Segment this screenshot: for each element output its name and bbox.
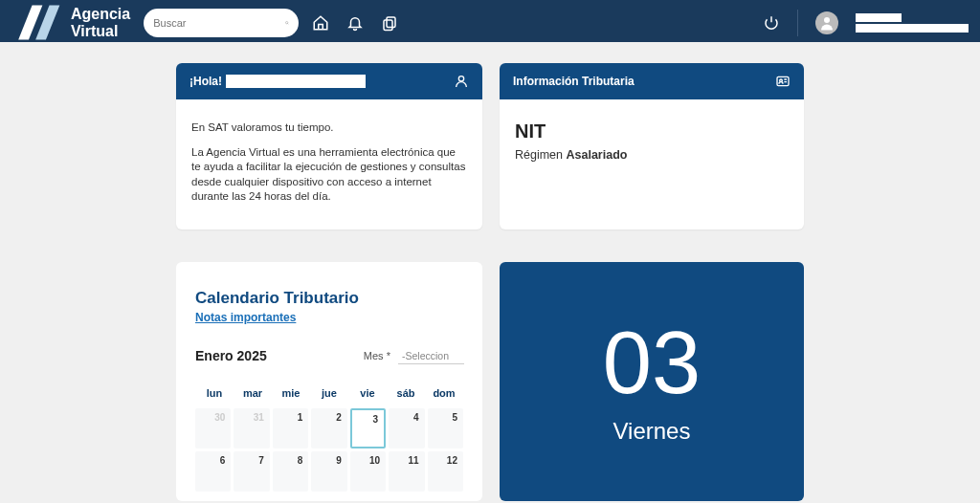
calendar-cell[interactable]: 3 bbox=[350, 408, 386, 448]
month-select[interactable]: -Seleccion bbox=[398, 348, 464, 364]
user-name-line2 bbox=[856, 24, 969, 33]
avatar-icon bbox=[818, 14, 835, 32]
search-box[interactable] bbox=[144, 9, 299, 37]
calendar-cell-num: 9 bbox=[336, 455, 342, 466]
user-name-block bbox=[856, 13, 969, 33]
info-header-title: Información Tributaria bbox=[513, 75, 635, 88]
divider bbox=[797, 10, 798, 36]
id-card-icon[interactable] bbox=[775, 74, 791, 89]
greeting-card: ¡Hola! En SAT valoramos tu tiempo. La Ag… bbox=[176, 63, 482, 230]
greeting-p1: En SAT valoramos tu tiempo. bbox=[191, 120, 467, 136]
calendar-cell-num: 5 bbox=[452, 412, 457, 423]
greeting-body: En SAT valoramos tu tiempo. La Agencia V… bbox=[176, 99, 482, 230]
info-card: Información Tributaria NIT Régimen Asala… bbox=[500, 63, 804, 230]
greeting-name-placeholder bbox=[226, 75, 366, 88]
calendar-cell[interactable]: 6 bbox=[195, 451, 231, 492]
calendar-cell-num: 10 bbox=[369, 455, 380, 466]
selected-day-number: 03 bbox=[603, 318, 701, 406]
calendar-grid: lunmarmiejueviesábdom 303112345678910111… bbox=[195, 382, 463, 492]
avatar[interactable] bbox=[815, 11, 838, 34]
calendar-dow: mar bbox=[234, 382, 272, 408]
svg-line-1 bbox=[288, 24, 289, 25]
calendar-cell[interactable]: 4 bbox=[389, 408, 424, 448]
content: ¡Hola! En SAT valoramos tu tiempo. La Ag… bbox=[0, 42, 980, 501]
user-name-line1 bbox=[856, 13, 902, 22]
app-name: Agencia Virtual bbox=[71, 6, 130, 40]
logo[interactable]: Agencia Virtual bbox=[11, 2, 130, 43]
calendar-controls: Mes * -Seleccion ▾ bbox=[364, 348, 463, 364]
greeting-header: ¡Hola! bbox=[176, 63, 482, 99]
regimen-value: Asalariado bbox=[567, 148, 628, 162]
greeting-p2: La Agencia Virtual es una herramienta el… bbox=[191, 145, 467, 205]
selected-day-card: 03 Viernes bbox=[500, 262, 804, 501]
calendar-cell-num: 11 bbox=[408, 455, 418, 466]
calendar-dow: lun bbox=[195, 382, 234, 408]
svg-point-5 bbox=[458, 77, 463, 81]
calendar-cell-num: 3 bbox=[373, 414, 379, 425]
info-header: Información Tributaria bbox=[500, 63, 804, 99]
calendar-cell[interactable]: 31 bbox=[234, 408, 269, 448]
regimen-row: Régimen Asalariado bbox=[515, 148, 789, 162]
calendar-card: Calendario Tributario Notas importantes … bbox=[176, 262, 482, 501]
regimen-label: Régimen bbox=[515, 148, 563, 162]
copy-icon[interactable] bbox=[381, 14, 398, 32]
right-icons bbox=[763, 10, 969, 36]
calendar-cell[interactable]: 11 bbox=[389, 451, 424, 492]
search-input[interactable] bbox=[153, 17, 285, 29]
bell-icon[interactable] bbox=[346, 14, 364, 32]
calendar-cell[interactable]: 9 bbox=[311, 451, 346, 492]
calendar-cell-num: 12 bbox=[447, 455, 457, 466]
calendar-cell[interactable]: 5 bbox=[428, 408, 463, 448]
calendar-cell[interactable]: 2 bbox=[311, 408, 346, 448]
calendar-month: Enero 2025 bbox=[195, 348, 267, 363]
calendar-dow: jue bbox=[310, 382, 348, 408]
calendar-cell-num: 6 bbox=[220, 455, 226, 466]
mes-label: Mes * bbox=[364, 350, 390, 361]
calendar-cell[interactable]: 30 bbox=[195, 408, 231, 448]
svg-point-0 bbox=[286, 22, 288, 24]
person-icon[interactable] bbox=[454, 74, 469, 89]
calendar-dow: vie bbox=[348, 382, 387, 408]
top-icons bbox=[312, 14, 398, 32]
calendar-dow: sáb bbox=[387, 382, 425, 408]
calendar-notes-link[interactable]: Notas importantes bbox=[195, 311, 296, 324]
calendar-cell-num: 7 bbox=[258, 455, 264, 466]
home-icon[interactable] bbox=[312, 14, 329, 32]
calendar-cell-num: 31 bbox=[254, 412, 264, 423]
calendar-cell[interactable]: 1 bbox=[273, 408, 308, 448]
calendar-cell-num: 1 bbox=[298, 412, 303, 423]
svg-rect-6 bbox=[777, 77, 789, 85]
selected-day-name: Viernes bbox=[613, 418, 691, 445]
calendar-cell[interactable]: 10 bbox=[350, 451, 386, 492]
calendar-cell-num: 30 bbox=[214, 412, 225, 423]
calendar-title: Calendario Tributario bbox=[195, 289, 463, 308]
greeting-label: ¡Hola! bbox=[189, 75, 222, 88]
calendar-cell[interactable]: 7 bbox=[234, 451, 269, 492]
svg-rect-2 bbox=[387, 17, 395, 28]
svg-point-4 bbox=[824, 17, 830, 23]
calendar-cell-num: 8 bbox=[298, 455, 303, 466]
info-body: NIT Régimen Asalariado bbox=[500, 99, 804, 219]
svg-rect-3 bbox=[384, 20, 392, 31]
calendar-dow: mie bbox=[272, 382, 310, 408]
calendar-cell[interactable]: 8 bbox=[273, 451, 308, 492]
power-icon[interactable] bbox=[763, 14, 780, 32]
calendar-cell-num: 2 bbox=[336, 412, 342, 423]
calendar-cell-num: 4 bbox=[413, 412, 419, 423]
calendar-cell[interactable]: 12 bbox=[428, 451, 463, 492]
logo-icon bbox=[11, 2, 63, 43]
calendar-dow: dom bbox=[425, 382, 463, 408]
search-icon[interactable] bbox=[285, 15, 289, 31]
topbar: Agencia Virtual bbox=[0, 0, 980, 42]
nit-label: NIT bbox=[515, 120, 789, 142]
